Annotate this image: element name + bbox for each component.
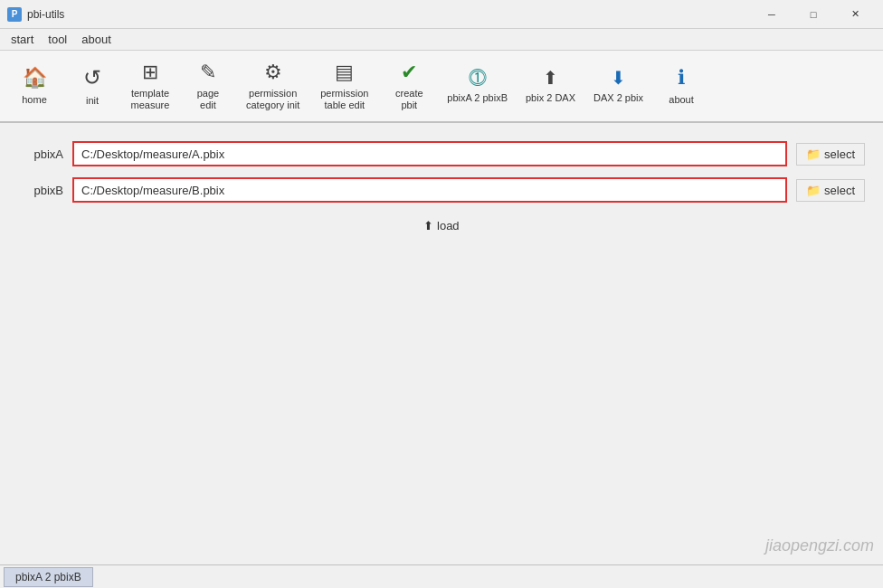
window-title: pbi-utils (27, 8, 751, 21)
minimize-button[interactable]: ─ (751, 0, 793, 29)
toolbar-DAX-2-pbix-label: DAX 2 pbix (593, 92, 643, 104)
pbixB-folder-icon: 📁 (806, 184, 821, 197)
pbixB-row: pbixB 📁 select (18, 177, 865, 203)
pbixB-select-label: select (824, 184, 855, 197)
DAX-2-pbix-icon: ⬇ (611, 67, 626, 89)
init-icon: ↺ (83, 65, 101, 91)
load-label: load (437, 219, 460, 232)
toolbar-home[interactable]: 🏠 home (7, 54, 62, 118)
toolbar-init[interactable]: ↺ init (65, 54, 119, 118)
toolbar-home-label: home (22, 94, 47, 106)
toolbar-pbixA-2-pbixB[interactable]: ⓵ pbixA 2 pbixB (440, 54, 515, 118)
app-icon: P (7, 7, 22, 22)
toolbar-pbixA-2-pbixB-label: pbixA 2 pbixB (447, 92, 508, 104)
create-pbit-icon: ✔ (401, 61, 417, 84)
toolbar-init-label: init (86, 95, 99, 107)
toolbar-page-edit-label: page edit (197, 88, 219, 111)
pbixA-row: pbixA 📁 select (18, 141, 865, 166)
toolbar-about[interactable]: ℹ about (654, 54, 708, 118)
pbixB-label: pbixB (18, 184, 63, 197)
window-controls: ─ □ ✕ (751, 0, 876, 29)
menu-about[interactable]: about (74, 31, 119, 48)
close-button[interactable]: ✕ (834, 0, 876, 29)
watermark: jiaopengzi.com (765, 536, 874, 555)
toolbar-create-pbit-label: create pbit (395, 88, 423, 111)
toolbar-page-edit[interactable]: ✎ page edit (181, 54, 235, 118)
toolbar: 🏠 home ↺ init ⊞ template measure ✎ page … (0, 51, 883, 123)
template-measure-icon: ⊞ (142, 61, 158, 84)
pbixA-select-button[interactable]: 📁 select (796, 143, 865, 166)
toolbar-permission-table-edit[interactable]: ▤ permission table edit (310, 54, 378, 118)
toolbar-create-pbit[interactable]: ✔ create pbit (382, 54, 436, 118)
menu-tool[interactable]: tool (41, 31, 74, 48)
pbixB-input[interactable] (72, 177, 787, 203)
pbixA-folder-icon: 📁 (806, 147, 821, 161)
toolbar-template-measure[interactable]: ⊞ template measure (123, 54, 177, 118)
page-edit-icon: ✎ (200, 61, 216, 84)
pbixA-label: pbixA (18, 147, 63, 161)
status-tab-pbixA-2-pbixB[interactable]: pbixA 2 pbixB (4, 567, 93, 587)
pbix-2-DAX-icon: ⬆ (543, 67, 558, 89)
about-icon: ℹ (678, 66, 685, 90)
toolbar-permission-category-init-label: permission category init (246, 88, 299, 111)
pbixA-2-pbixB-icon: ⓵ (469, 67, 487, 89)
toolbar-pbix-2-DAX-label: pbix 2 DAX (526, 92, 575, 104)
home-icon: 🏠 (23, 66, 47, 90)
pbixA-select-label: select (824, 147, 855, 161)
permission-category-init-icon: ⚙ (264, 61, 282, 84)
main-content: pbixA 📁 select pbixB 📁 select ⬆ load (0, 123, 883, 256)
pbixB-input-wrap (72, 177, 787, 203)
toolbar-DAX-2-pbix[interactable]: ⬇ DAX 2 pbix (586, 54, 650, 118)
menu-start[interactable]: start (4, 31, 41, 48)
statusbar: pbixA 2 pbixB (0, 564, 883, 588)
toolbar-permission-table-edit-label: permission table edit (320, 88, 368, 111)
pbixA-input[interactable] (72, 141, 787, 166)
load-area: ⬆ load (18, 213, 865, 238)
toolbar-about-label: about (669, 94, 694, 106)
load-button[interactable]: ⬆ load (409, 213, 473, 238)
titlebar: P pbi-utils ─ □ ✕ (0, 0, 883, 29)
pbixB-select-button[interactable]: 📁 select (796, 179, 865, 202)
toolbar-template-measure-label: template measure (131, 88, 170, 111)
toolbar-pbix-2-DAX[interactable]: ⬆ pbix 2 DAX (518, 54, 583, 118)
maximize-button[interactable]: □ (793, 0, 834, 29)
load-icon: ⬆ (423, 219, 433, 232)
pbixA-input-wrap (72, 141, 787, 166)
toolbar-permission-category-init[interactable]: ⚙ permission category init (239, 54, 307, 118)
menubar: start tool about (0, 29, 883, 51)
permission-table-edit-icon: ▤ (335, 61, 354, 84)
